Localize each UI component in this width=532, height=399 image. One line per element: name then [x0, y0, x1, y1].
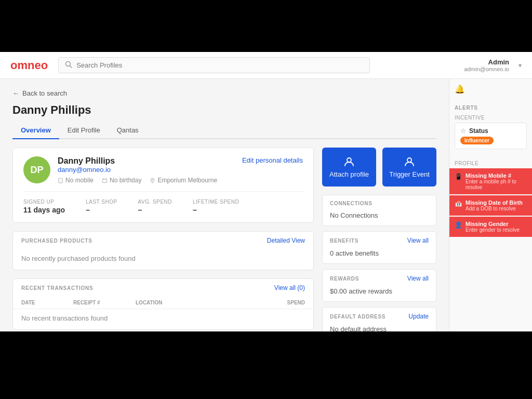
no-mobile: No mobile [58, 177, 94, 184]
main-layout: ← Back to search Danny Phillips Overview… [0, 79, 532, 331]
admin-info: Admin admin@omneo.io [464, 58, 509, 72]
profile-info: Danny Phillips danny@omneo.io No mobile [58, 156, 242, 184]
right-column: Attach profile Trigger Event [322, 148, 436, 331]
update-address-link[interactable]: Update [408, 313, 429, 320]
alert-missing-dob: 📅 Missing Date of Birth Add a DOB to res… [449, 195, 532, 216]
incentive-label: INCENTIVE [455, 115, 527, 121]
col-spend-label: Spend [263, 300, 305, 305]
connections-title: Connections [330, 201, 373, 206]
alert-missing-dob-sub: Add a DOB to resolve [466, 206, 523, 211]
connections-header: Connections [323, 195, 436, 209]
edit-personal-details-link[interactable]: Edit personal details [242, 156, 303, 164]
page-title: Danny Phillips [12, 103, 436, 117]
alert-missing-mobile-title: Missing Mobile # [466, 172, 527, 179]
detailed-view-link[interactable]: Detailed View [267, 237, 305, 244]
alert-missing-mobile-sub: Enter a mobile ph # to resolve [466, 179, 527, 190]
alert-missing-gender-title: Missing Gender [466, 221, 520, 227]
status-card-title: ☆ Status [460, 127, 521, 135]
view-all-transactions-link[interactable]: View all (0) [274, 284, 305, 291]
svg-point-8 [347, 158, 351, 162]
connections-section: Connections No Connections [322, 195, 436, 226]
stat-last-shop: Last Shop – [86, 199, 117, 214]
no-birthday: No birthday [102, 177, 141, 184]
trigger-event-button[interactable]: Trigger Event [382, 148, 436, 187]
benefits-title: Benefits [330, 238, 358, 244]
purchased-products-section: Purchased Products Detailed View No rece… [12, 231, 314, 270]
alerts-title: ALERTS [455, 105, 527, 111]
stat-lifetime-spend: Lifetime Spend – [193, 199, 239, 214]
profile-meta: No mobile No birthday Empo [58, 177, 242, 184]
profile-email[interactable]: danny@omneo.io [58, 166, 242, 174]
alert-missing-dob-title: Missing Date of Birth [466, 200, 523, 206]
benefits-header: Benefits View all [323, 232, 436, 247]
dob-alert-icon: 📅 [455, 200, 462, 207]
profile-name: Danny Phillips [58, 156, 242, 166]
star-icon: ☆ [460, 127, 466, 135]
rewards-view-all-link[interactable]: View all [407, 275, 429, 282]
benefits-value: 0 active benefits [330, 249, 379, 257]
default-address-header: Default Address Update [323, 308, 436, 323]
transactions-table-header: Date Receipt # Location Spend [13, 297, 313, 309]
location-tag: Emporium Melbourne [150, 177, 217, 184]
profile-label: PROFILE [455, 161, 527, 166]
purchased-products-body: No recently purchased products found [13, 249, 313, 270]
tab-bar: Overview Edit Profile Qantas [12, 122, 436, 139]
purchased-products-header: Purchased Products Detailed View [13, 232, 313, 249]
content-area: ← Back to search Danny Phillips Overview… [0, 79, 449, 331]
svg-point-9 [407, 158, 411, 162]
gender-alert-icon: 👤 [455, 221, 462, 229]
alerts-section: ALERTS INCENTIVE ☆ Status Influencer [449, 100, 532, 156]
influencer-badge: Influencer [460, 137, 494, 144]
tab-edit-profile[interactable]: Edit Profile [59, 122, 109, 139]
back-label: Back to search [22, 89, 67, 97]
transactions-header: Recent Transactions View all (0) [13, 279, 313, 297]
default-address-body: No default address [323, 323, 436, 331]
rewards-title: Rewards [330, 276, 359, 282]
back-arrow-icon: ← [12, 89, 19, 97]
search-input[interactable] [76, 61, 363, 69]
benefits-body: 0 active benefits [323, 247, 436, 263]
transactions-empty: No recent transactions found [21, 314, 108, 322]
default-address-value: No default address [330, 325, 387, 331]
action-buttons: Attach profile Trigger Event [322, 148, 436, 187]
stat-avg-spend: Avg. Spend – [138, 199, 172, 214]
search-icon [65, 61, 72, 70]
mobile-alert-icon: 📱 [455, 173, 462, 180]
admin-email: admin@omneo.io [464, 66, 509, 72]
attach-profile-button[interactable]: Attach profile [322, 148, 376, 187]
rewards-body: $0.00 active rewards [323, 285, 436, 301]
rewards-section: Rewards View all $0.00 active rewards [322, 269, 436, 302]
benefits-view-all-link[interactable]: View all [407, 237, 429, 244]
bell-icon[interactable]: 🔔 [455, 84, 465, 94]
purchased-products-title: Purchased Products [21, 238, 92, 244]
alert-missing-mobile: 📱 Missing Mobile # Enter a mobile ph # t… [449, 168, 532, 194]
col-location-label: Location [136, 300, 263, 305]
svg-rect-4 [103, 179, 107, 182]
transactions-section: Recent Transactions View all (0) Date Re… [12, 278, 314, 330]
tab-overview[interactable]: Overview [12, 122, 59, 139]
benefits-section: Benefits View all 0 active benefits [322, 231, 436, 264]
main-two-col: DP Danny Phillips danny@omneo.io No mobi… [12, 148, 436, 331]
rewards-header: Rewards View all [323, 270, 436, 285]
stat-signed-up: Signed Up 11 days ago [23, 199, 65, 214]
profile-header: DP Danny Phillips danny@omneo.io No mobi… [23, 156, 303, 184]
search-bar[interactable] [58, 57, 370, 73]
col-receipt-label: Receipt # [73, 300, 136, 305]
chevron-down-icon[interactable]: ▾ [518, 62, 522, 69]
rewards-value: $0.00 active rewards [330, 287, 392, 295]
tab-qantas[interactable]: Qantas [109, 122, 147, 139]
admin-name: Admin [464, 58, 509, 66]
alert-missing-gender: 👤 Missing Gender Enter gender to resolve [449, 217, 532, 237]
transactions-title: Recent Transactions [21, 285, 94, 291]
left-column: DP Danny Phillips danny@omneo.io No mobi… [12, 148, 314, 331]
default-address-section: Default Address Update No default addres… [322, 307, 436, 331]
connections-empty: No Connections [330, 211, 378, 219]
back-link[interactable]: ← Back to search [12, 89, 436, 97]
logo: omneo [10, 59, 48, 72]
purchased-products-empty: No recently purchased products found [21, 255, 136, 262]
profile-card: DP Danny Phillips danny@omneo.io No mobi… [12, 148, 314, 223]
col-date-label: Date [21, 300, 73, 305]
svg-line-1 [70, 66, 72, 68]
svg-point-7 [152, 179, 153, 180]
connections-body: No Connections [323, 209, 436, 225]
